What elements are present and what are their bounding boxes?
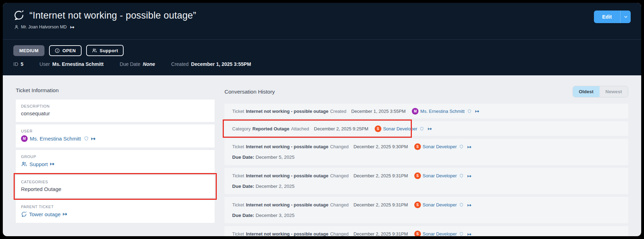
edit-button-group: Edit bbox=[594, 11, 631, 23]
people-icon bbox=[92, 48, 97, 53]
actor-avatar: S bbox=[414, 202, 421, 208]
categories-value: Reported Outage bbox=[21, 186, 209, 192]
conversation-event-created: Ticket Internet not working - possible o… bbox=[224, 104, 628, 118]
shield-icon bbox=[459, 173, 464, 178]
categories-card: CATEGORIES Reported Outage bbox=[16, 175, 215, 198]
ticket-meta-bar: MEDIUM OPEN Support ID5 UserMs. Ernestin… bbox=[3, 39, 641, 75]
shield-icon bbox=[467, 109, 472, 114]
due-date-change: Due Date:December 5, 2025 bbox=[224, 150, 628, 165]
external-link-icon: ↦ bbox=[467, 144, 471, 150]
ticket-header: “Internet not working - possible outage”… bbox=[3, 3, 641, 39]
ticket-information-panel: Ticket Information DESCRIPTION consequat… bbox=[16, 84, 215, 236]
group-card: GROUP Support ↦ bbox=[16, 150, 215, 173]
ticket-due-date-field: Due DateNone bbox=[120, 61, 155, 67]
actor-avatar: S bbox=[414, 172, 421, 179]
edit-button[interactable]: Edit bbox=[594, 11, 620, 23]
info-icon bbox=[55, 48, 60, 53]
actor-avatar: S bbox=[375, 125, 381, 132]
external-link-icon: ↦ bbox=[467, 231, 471, 237]
actor-link[interactable]: S Sonar Developer ↦ bbox=[414, 143, 471, 150]
actor-avatar: S bbox=[414, 231, 421, 236]
assignee-link[interactable]: Mr. Joan Halvorson MD ↦ bbox=[14, 24, 631, 30]
actor-link[interactable]: M Ms. Ernestina Schmitt ↦ bbox=[412, 108, 479, 115]
external-link-icon: ↦ bbox=[70, 24, 75, 30]
sort-oldest-button[interactable]: Oldest bbox=[573, 86, 600, 97]
actor-link[interactable]: S Sonar Developer ↦ bbox=[414, 202, 471, 208]
actor-avatar: M bbox=[412, 108, 418, 115]
shield-icon bbox=[420, 127, 424, 131]
content-area: Ticket Information DESCRIPTION consequat… bbox=[3, 75, 641, 236]
external-link-icon: ↦ bbox=[91, 136, 96, 142]
due-date-change: Due Date:December 2, 2025 bbox=[224, 179, 628, 194]
priority-badge: MEDIUM bbox=[13, 45, 44, 56]
ticket-icon bbox=[13, 10, 25, 21]
shield-icon bbox=[84, 136, 89, 141]
conversation-event-changed: Ticket Internet not working - possible o… bbox=[224, 197, 628, 223]
conversation-history-panel: Conversation History Oldest Newest Ticke… bbox=[224, 84, 628, 236]
description-value: consequatur bbox=[21, 110, 209, 116]
assignee-name: Mr. Joan Halvorson MD bbox=[21, 25, 67, 29]
page-title: “Internet not working - possible outage” bbox=[29, 10, 196, 21]
conversation-event-changed: Ticket Internet not working - possible o… bbox=[224, 226, 628, 236]
description-card: DESCRIPTION consequatur bbox=[16, 100, 215, 122]
chevron-down-icon bbox=[624, 15, 628, 19]
shield-icon bbox=[459, 144, 464, 149]
user-avatar: M bbox=[21, 135, 28, 142]
group-link[interactable]: Support ↦ bbox=[21, 161, 209, 167]
conversation-event-category-attached: Category Reported Outage Attached Decemb… bbox=[224, 121, 628, 136]
status-badge: OPEN bbox=[49, 45, 81, 56]
ticket-created-field: CreatedDecember 1, 2025 3:55PM bbox=[171, 61, 251, 67]
external-link-icon: ↦ bbox=[475, 108, 479, 114]
actor-link[interactable]: S Sonar Developer ↦ bbox=[414, 172, 471, 179]
shield-icon bbox=[459, 203, 464, 207]
actor-link[interactable]: S Sonar Developer ↦ bbox=[375, 125, 432, 132]
ticket-detail-page: “Internet not working - possible outage”… bbox=[3, 3, 641, 236]
due-date-change: Due Date:December 3, 2025 bbox=[224, 208, 628, 223]
external-link-icon: ↦ bbox=[50, 161, 55, 167]
parent-ticket-card: PARENT TICKET Tower outage ↦ bbox=[16, 200, 215, 223]
sort-newest-button[interactable]: Newest bbox=[600, 86, 628, 97]
external-link-icon: ↦ bbox=[467, 202, 471, 208]
user-link[interactable]: M Ms. Ernestina Schmitt ↦ bbox=[21, 135, 209, 142]
people-icon bbox=[21, 161, 27, 167]
ticket-information-title: Ticket Information bbox=[16, 87, 215, 94]
conversation-history-title: Conversation History bbox=[224, 89, 275, 95]
ticket-id-field: ID5 bbox=[13, 61, 23, 67]
ticket-user-field: UserMs. Ernestina Schmitt bbox=[40, 61, 104, 67]
edit-dropdown-button[interactable] bbox=[620, 11, 631, 23]
sort-toggle: Oldest Newest bbox=[573, 86, 628, 97]
user-card: USER M Ms. Ernestina Schmitt ↦ bbox=[16, 124, 215, 148]
conversation-event-changed: Ticket Internet not working - possible o… bbox=[224, 139, 628, 165]
actor-link[interactable]: S Sonar Developer ↦ bbox=[414, 231, 471, 236]
person-icon bbox=[14, 25, 19, 29]
shield-icon bbox=[459, 232, 464, 236]
group-badge: Support bbox=[86, 45, 124, 56]
conversation-event-changed: Ticket Internet not working - possible o… bbox=[224, 168, 628, 194]
external-link-icon: ↦ bbox=[63, 211, 67, 217]
external-link-icon: ↦ bbox=[467, 173, 471, 179]
external-link-icon: ↦ bbox=[428, 126, 431, 131]
ticket-icon bbox=[21, 211, 27, 217]
actor-avatar: S bbox=[414, 143, 421, 150]
parent-ticket-link[interactable]: Tower outage ↦ bbox=[21, 211, 209, 217]
